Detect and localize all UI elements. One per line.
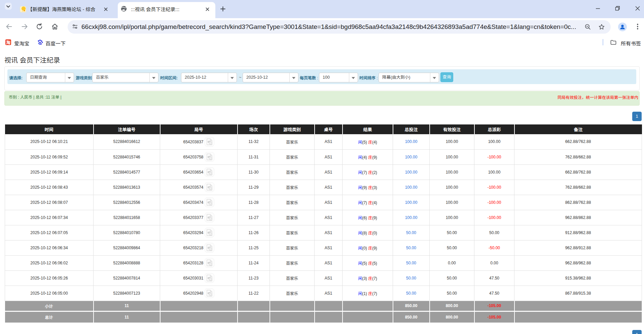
svg-text:du: du [39, 42, 41, 44]
